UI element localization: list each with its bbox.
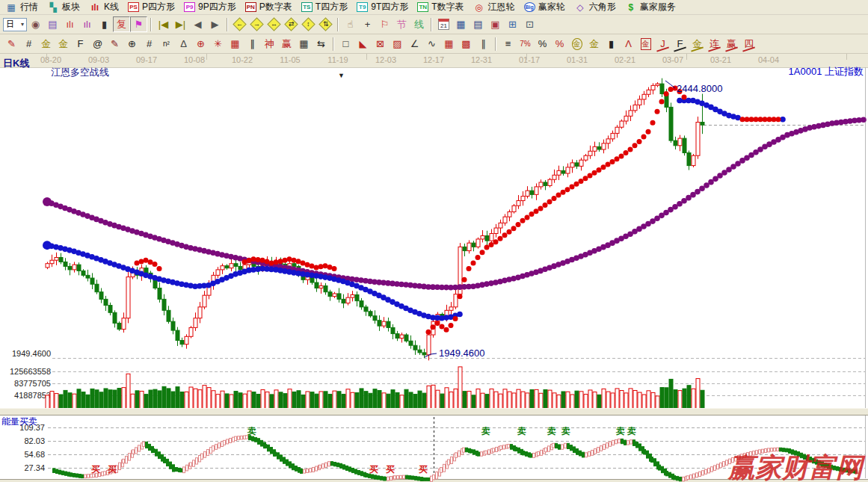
fan-box-icon[interactable]: ⊠ <box>372 36 389 52</box>
gold-grid2-icon[interactable]: 金 <box>55 36 72 52</box>
box-tool-icon[interactable]: □ <box>337 36 354 52</box>
compress-v-icon-shape: ↕ <box>301 17 315 31</box>
next-bar-icon[interactable]: ▶ <box>206 16 224 32</box>
period-selector[interactable]: 日▾ <box>3 18 27 31</box>
lines-tool-icon[interactable]: 线 <box>410 16 428 32</box>
expand-h-icon[interactable]: ↔ <box>265 16 283 32</box>
draw-pencil-icon[interactable]: ✎ <box>3 36 20 52</box>
fine-grid-icon[interactable]: # <box>141 36 158 52</box>
percent-tri-icon[interactable]: 7% <box>517 36 534 52</box>
wheel-star-icon[interactable]: ✳ <box>209 36 227 52</box>
shift-right-icon[interactable]: → <box>248 16 265 32</box>
f-grid-icon[interactable]: F <box>72 36 89 52</box>
gann-fan-icon[interactable]: ◣ <box>354 36 372 52</box>
wave-zigzag-icon[interactable]: ∿ <box>423 36 440 52</box>
grid-icon[interactable]: # <box>20 36 37 52</box>
j-angle-icon[interactable]: J <box>654 36 671 52</box>
menu-gann-wheel-icon: ◎ <box>473 2 485 13</box>
menu-p-table[interactable]: PNP数字表 <box>242 0 298 14</box>
save-icon[interactable]: ▣ <box>487 16 504 32</box>
si-angle-icon[interactable]: 四 <box>740 36 757 52</box>
menu-hexagon[interactable]: ◇六角形 <box>571 0 622 14</box>
menu-t-square[interactable]: TST四方形 <box>298 0 354 14</box>
time-rule-icon[interactable]: ∥ <box>244 36 261 52</box>
percent-icon[interactable]: % <box>534 36 551 52</box>
svg-text:04-04: 04-04 <box>758 55 779 64</box>
drag-hand-icon[interactable]: ☝ <box>342 16 359 32</box>
menu-services-icon: $ <box>625 2 637 13</box>
gann-circle-icon[interactable]: ⊕ <box>123 36 141 52</box>
lian-angle-icon[interactable]: 连 <box>706 36 723 52</box>
menu-9p-square[interactable]: P99P四方形 <box>181 0 242 14</box>
notebook-icon[interactable]: ▤ <box>470 16 487 32</box>
gold-angle-icon[interactable]: 金 <box>689 36 706 52</box>
calendar-icon[interactable]: 21 <box>435 16 452 32</box>
restore-rights-icon[interactable]: 复 <box>113 16 130 32</box>
win-angle-icon[interactable]: 赢 <box>723 36 740 52</box>
shift-left-icon[interactable]: ← <box>231 16 248 32</box>
flag-mark-icon[interactable]: ⚐ <box>376 16 393 32</box>
gann-fan-icon-glyph: ◣ <box>360 38 367 49</box>
menu-sectors[interactable]: ▚板块 <box>44 0 86 14</box>
menu-kline[interactable]: ılıK线 <box>86 0 125 14</box>
network-icon[interactable]: ⊞ <box>504 16 521 32</box>
red-grid2-icon[interactable]: ▩ <box>458 36 475 52</box>
svg-text:11-19: 11-19 <box>327 55 348 64</box>
parallel-lines-icon[interactable]: ∥ <box>475 36 492 52</box>
computer-icon[interactable]: ⊡ <box>521 16 538 32</box>
wheel-star-icon-glyph: ✳ <box>214 38 222 49</box>
compress-h-icon[interactable]: ⇄ <box>283 16 300 32</box>
menu-t-table[interactable]: TNT数字表 <box>414 0 470 14</box>
menu-quotes[interactable]: ▦行情 <box>2 0 44 14</box>
spiral-icon[interactable]: @ <box>89 36 106 52</box>
f-angle-icon[interactable]: F <box>671 36 689 52</box>
svg-text:1949.4600: 1949.4600 <box>439 347 484 359</box>
bar-chart-icon[interactable]: ılı <box>61 16 79 32</box>
bar-chart2-icon[interactable]: ılı <box>79 16 96 32</box>
gold-angle-icon-glyph: 金 <box>692 37 702 51</box>
compass-pencil-icon[interactable]: ✎ <box>106 36 123 52</box>
angle-lines-icon[interactable]: ∠ <box>406 36 423 52</box>
crosshair-icon[interactable]: + <box>359 16 376 32</box>
menu-t-square-label: T四方形 <box>316 1 348 13</box>
ruler-grid-icon[interactable]: ▦ <box>295 36 313 52</box>
market-grid-icon[interactable]: ◉ <box>27 16 44 32</box>
prev-bar-icon[interactable]: ◀ <box>189 16 206 32</box>
gold-grid-icon[interactable]: 金 <box>37 36 55 52</box>
win-grid-icon[interactable]: 赢 <box>278 36 295 52</box>
price-chart-plot[interactable]: 08-2009-0309-1710-0810-2211-0511-1912-03… <box>0 54 868 482</box>
angle-a-icon[interactable]: Δ <box>175 36 192 52</box>
red-grid2-icon-glyph: ▩ <box>461 38 470 49</box>
width-arrows-icon[interactable]: ⇆ <box>313 36 330 52</box>
gold-circle-icon[interactable]: 金 <box>568 36 585 52</box>
info-list-icon[interactable]: ▤ <box>44 16 61 32</box>
red-grid-icon[interactable]: ▦ <box>440 36 458 52</box>
percent-lines-icon[interactable]: % <box>551 36 568 52</box>
menu-services[interactable]: $赢家服务 <box>622 0 682 14</box>
candle-edit-icon[interactable]: ▮ <box>603 36 620 52</box>
bars-icon[interactable]: ≡ <box>499 36 517 52</box>
gold-box-icon[interactable]: 金 <box>637 36 654 52</box>
candle-style-icon[interactable]: ▮ <box>96 16 113 32</box>
gold-line-icon[interactable]: 金 <box>585 36 603 52</box>
expand-v-icon[interactable]: ⇅ <box>317 16 334 32</box>
shen-grid-icon[interactable]: 神 <box>261 36 278 52</box>
menu-p-square[interactable]: PSP四方形 <box>125 0 181 14</box>
fan-box2-icon[interactable]: ▨ <box>389 36 406 52</box>
wave-a-icon[interactable]: Λ <box>620 36 637 52</box>
wheel-grid-icon[interactable]: ▦ <box>227 36 244 52</box>
percent-tri-icon-glyph: 7% <box>520 40 530 48</box>
menu-gann-wheel[interactable]: ◎江恩轮 <box>470 0 521 14</box>
calculator-icon[interactable]: ▦ <box>452 16 470 32</box>
menu-9t-square[interactable]: T99T四方形 <box>354 0 414 14</box>
n2-grid-icon[interactable]: n² <box>158 36 175 52</box>
compress-v-icon[interactable]: ↕ <box>300 16 317 32</box>
target-circle-icon[interactable]: ⊕ <box>192 36 209 52</box>
menu-winner-wheel[interactable]: Big赢家轮 <box>521 0 571 14</box>
last-page-icon[interactable]: ▶| <box>172 16 189 32</box>
lian-angle-icon-glyph: 连 <box>710 37 719 51</box>
color-chart-icon[interactable]: ⚑ <box>130 16 147 32</box>
festival-icon[interactable]: 节 <box>393 16 410 32</box>
first-page-icon[interactable]: |◀ <box>155 16 172 32</box>
svg-text:买: 买 <box>91 464 100 475</box>
